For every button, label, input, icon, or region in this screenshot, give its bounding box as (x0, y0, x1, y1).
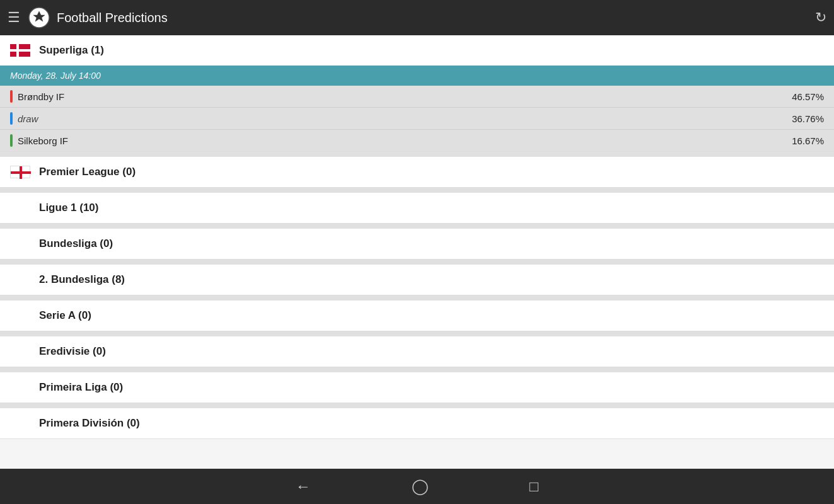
league-header-serie-a[interactable]: Serie A (0) (0, 301, 834, 331)
recents-button[interactable]: □ (530, 478, 539, 495)
match-indicator (10, 112, 13, 125)
match-percentage: 36.76% (786, 113, 824, 124)
match-row[interactable]: Silkeborg IF16.67% (0, 130, 834, 151)
league-section-premier-league: Premier League (0) (0, 157, 834, 188)
league-header-primera-division[interactable]: Primera División (0) (0, 408, 834, 438)
match-percentage: 46.57% (786, 91, 824, 102)
menu-icon[interactable]: ☰ (8, 9, 20, 26)
league-name: Ligue 1 (10) (39, 202, 98, 214)
match-team: Brøndby IF (18, 91, 786, 102)
league-separator (0, 331, 834, 336)
refresh-button[interactable]: ↻ (815, 9, 826, 26)
league-section-primeira-liga: Primeira Liga (0) (0, 372, 834, 403)
league-section-serie-a: Serie A (0) (0, 301, 834, 331)
league-separator (0, 403, 834, 408)
league-name: Eredivisie (0) (39, 345, 106, 358)
league-header-2bundesliga[interactable]: 2. Bundesliga (8) (0, 265, 834, 295)
league-header-premier-league[interactable]: Premier League (0) (0, 157, 834, 187)
league-name: Primera División (0) (39, 417, 140, 430)
league-separator (0, 188, 834, 193)
league-name: Superliga (1) (39, 44, 104, 57)
leagues-container: Superliga (1)Monday, 28. July 14:00Brønd… (0, 35, 834, 439)
league-section-2bundesliga: 2. Bundesliga (8) (0, 265, 834, 295)
league-name: Bundesliga (0) (39, 238, 113, 250)
league-separator (0, 260, 834, 265)
league-section-primera-division: Primera División (0) (0, 408, 834, 439)
match-team: Silkeborg IF (18, 135, 786, 146)
match-percentage: 16.67% (786, 135, 824, 146)
league-name: Serie A (0) (39, 309, 91, 322)
match-indicator (10, 90, 13, 103)
app-logo (28, 6, 50, 29)
app-title: Football Predictions (57, 11, 815, 25)
league-name: 2. Bundesliga (8) (39, 273, 125, 286)
league-separator (0, 224, 834, 229)
match-row[interactable]: Brøndby IF46.57% (0, 86, 834, 108)
topbar: ☰ Football Predictions ↻ (0, 0, 834, 35)
league-header-bundesliga[interactable]: Bundesliga (0) (0, 229, 834, 259)
league-separator (0, 295, 834, 301)
league-section-bundesliga: Bundesliga (0) (0, 229, 834, 260)
back-button[interactable]: ← (296, 478, 311, 495)
bottom-navigation: ← ◯ □ (0, 469, 834, 504)
content-area: Superliga (1)Monday, 28. July 14:00Brønd… (0, 35, 834, 504)
league-name: Premier League (0) (39, 166, 136, 178)
match-team: draw (18, 113, 786, 124)
match-date-row: Monday, 28. July 14:00 (0, 66, 834, 86)
league-header-superliga[interactable]: Superliga (1) (0, 35, 834, 66)
home-button[interactable]: ◯ (412, 478, 429, 495)
match-indicator (10, 134, 13, 147)
league-section-ligue1: Ligue 1 (10) (0, 193, 834, 224)
league-separator (0, 152, 834, 157)
league-name: Primeira Liga (0) (39, 381, 123, 394)
league-header-ligue1[interactable]: Ligue 1 (10) (0, 193, 834, 223)
league-separator (0, 367, 834, 372)
league-header-eredivisie[interactable]: Eredivisie (0) (0, 336, 834, 367)
league-section-superliga: Superliga (1)Monday, 28. July 14:00Brønd… (0, 35, 834, 152)
match-row[interactable]: draw36.76% (0, 108, 834, 130)
match-rows: Brøndby IF46.57%draw36.76%Silkeborg IF16… (0, 86, 834, 151)
league-section-eredivisie: Eredivisie (0) (0, 336, 834, 367)
league-header-primeira-liga[interactable]: Primeira Liga (0) (0, 372, 834, 403)
